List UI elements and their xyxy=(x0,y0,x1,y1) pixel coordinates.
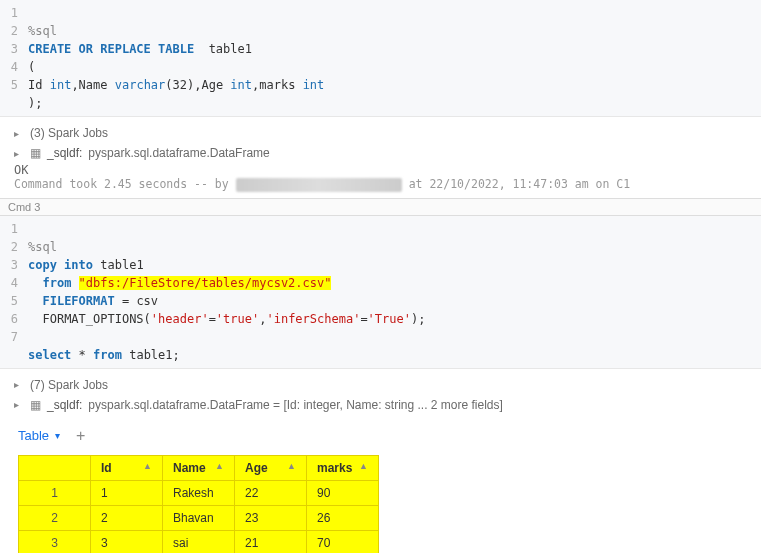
table-row[interactable]: 1 1 Rakesh 22 90 xyxy=(19,480,379,505)
code-cell-1[interactable]: 1 2 3 4 5 %sql CREATE OR REPLACE TABLE t… xyxy=(0,0,761,117)
sort-icon[interactable]: ▲ xyxy=(359,461,368,471)
ident: table1 xyxy=(209,42,252,56)
table-body: 1 1 Rakesh 22 90 2 2 Bhavan 23 26 3 3 sa… xyxy=(19,480,379,553)
dataframe-icon: ▦ xyxy=(30,146,41,160)
cell-name: Rakesh xyxy=(163,480,235,505)
output-section-2: ▸ (7) Spark Jobs ▸ ▦ _sqldf: pyspark.sql… xyxy=(0,369,761,421)
code-content-1[interactable]: %sql CREATE OR REPLACE TABLE table1 ( Id… xyxy=(28,4,761,112)
cell-marks: 90 xyxy=(307,480,379,505)
cell-id: 1 xyxy=(91,480,163,505)
cell-age: 21 xyxy=(235,530,307,553)
paren: ( xyxy=(28,60,35,74)
redacted-user: xxxxxxxxxxxxxxxxxxxxxxxx xyxy=(236,178,402,192)
spark-jobs-row[interactable]: ▸ (3) Spark Jobs xyxy=(14,123,747,143)
type-int: int xyxy=(303,78,325,92)
close-paren: ); xyxy=(28,96,42,110)
star: * xyxy=(71,348,93,362)
cell-marks: 70 xyxy=(307,530,379,553)
sql-magic: %sql xyxy=(28,240,57,254)
cell-name: sai xyxy=(163,530,235,553)
table-row[interactable]: 3 3 sai 21 70 xyxy=(19,530,379,553)
col-header-marks[interactable]: marks▲ xyxy=(307,455,379,480)
expand-icon[interactable]: ▸ xyxy=(14,399,24,410)
cell-marks: 26 xyxy=(307,505,379,530)
chevron-down-icon[interactable]: ▾ xyxy=(55,430,60,441)
cell-name: Bhavan xyxy=(163,505,235,530)
rownum: 1 xyxy=(19,480,91,505)
highlighted-path: "dbfs:/FileStore/tables/mycsv2.csv" xyxy=(79,276,332,290)
spark-jobs-label: (7) Spark Jobs xyxy=(30,378,108,392)
meta-post: at 22/10/2022, 11:47:03 am on C1 xyxy=(402,177,630,191)
col-marks: ,marks xyxy=(252,78,295,92)
sqldf-row[interactable]: ▸ ▦ _sqldf: pyspark.sql.dataframe.DataFr… xyxy=(14,143,747,163)
dataframe-icon: ▦ xyxy=(30,398,41,412)
sql-keyword: copy into xyxy=(28,258,93,272)
sqldf-varname: _sqldf: xyxy=(47,146,82,160)
command-meta: Command took 2.45 seconds -- by xxxxxxxx… xyxy=(14,177,747,192)
cell-age: 22 xyxy=(235,480,307,505)
result-tabs: Table ▾ + xyxy=(0,421,761,449)
sql-keyword: FILEFORMAT xyxy=(42,294,114,308)
spark-jobs-label: (3) Spark Jobs xyxy=(30,126,108,140)
type-int: int xyxy=(230,78,252,92)
eq-csv: = csv xyxy=(115,294,158,308)
expand-icon[interactable]: ▸ xyxy=(14,128,24,139)
table-row[interactable]: 2 2 Bhavan 23 26 xyxy=(19,505,379,530)
col-header-id[interactable]: Id▲ xyxy=(91,455,163,480)
table-header-row: Id▲ Name▲ Age▲ marks▲ xyxy=(19,455,379,480)
sort-icon[interactable]: ▲ xyxy=(215,461,224,471)
expand-icon[interactable]: ▸ xyxy=(14,379,24,390)
varchar-len: (32) xyxy=(165,78,194,92)
col-header-name[interactable]: Name▲ xyxy=(163,455,235,480)
col-name: ,Name xyxy=(71,78,107,92)
tab-table-label: Table xyxy=(18,428,49,443)
rownum: 3 xyxy=(19,530,91,553)
result-ok: OK xyxy=(14,163,747,177)
rownum: 2 xyxy=(19,505,91,530)
line-gutter: 1 2 3 4 5 xyxy=(0,4,28,112)
type-int: int xyxy=(50,78,72,92)
code-cell-2[interactable]: 1 2 3 4 5 6 7 %sql copy into table1 from… xyxy=(0,216,761,369)
format-options: FORMAT_OPTIONS('header'='true','inferSch… xyxy=(42,312,425,326)
sqldf-type: pyspark.sql.dataframe.DataFrame xyxy=(88,146,269,160)
sort-icon[interactable]: ▲ xyxy=(287,461,296,471)
type-varchar: varchar xyxy=(115,78,166,92)
col-id: Id xyxy=(28,78,50,92)
sort-icon[interactable]: ▲ xyxy=(143,461,152,471)
sqldf-row[interactable]: ▸ ▦ _sqldf: pyspark.sql.dataframe.DataFr… xyxy=(14,395,747,415)
rownum-header xyxy=(19,455,91,480)
sql-keyword: CREATE OR REPLACE TABLE xyxy=(28,42,194,56)
line-gutter: 1 2 3 4 5 6 7 xyxy=(0,220,28,364)
cell-age: 23 xyxy=(235,505,307,530)
result-table: Id▲ Name▲ Age▲ marks▲ 1 1 Rakesh 22 90 2… xyxy=(18,455,379,554)
cell-id: 3 xyxy=(91,530,163,553)
sql-keyword: select xyxy=(28,348,71,362)
expand-icon[interactable]: ▸ xyxy=(14,148,24,159)
output-section-1: ▸ (3) Spark Jobs ▸ ▦ _sqldf: pyspark.sql… xyxy=(0,117,761,198)
ident: table1; xyxy=(122,348,180,362)
ident: table1 xyxy=(100,258,143,272)
cmd-header: Cmd 3 xyxy=(0,198,761,216)
sql-keyword: from xyxy=(42,276,71,290)
meta-pre: Command took 2.45 seconds -- by xyxy=(14,177,236,191)
tab-table[interactable]: Table ▾ xyxy=(18,428,60,443)
spark-jobs-row[interactable]: ▸ (7) Spark Jobs xyxy=(14,375,747,395)
cell-id: 2 xyxy=(91,505,163,530)
sqldf-type: pyspark.sql.dataframe.DataFrame = [Id: i… xyxy=(88,398,503,412)
code-content-2[interactable]: %sql copy into table1 from "dbfs:/FileSt… xyxy=(28,220,761,364)
sqldf-varname: _sqldf: xyxy=(47,398,82,412)
col-header-age[interactable]: Age▲ xyxy=(235,455,307,480)
sql-keyword: from xyxy=(93,348,122,362)
sql-magic: %sql xyxy=(28,24,57,38)
add-tab-button[interactable]: + xyxy=(76,427,85,445)
col-age: ,Age xyxy=(194,78,223,92)
